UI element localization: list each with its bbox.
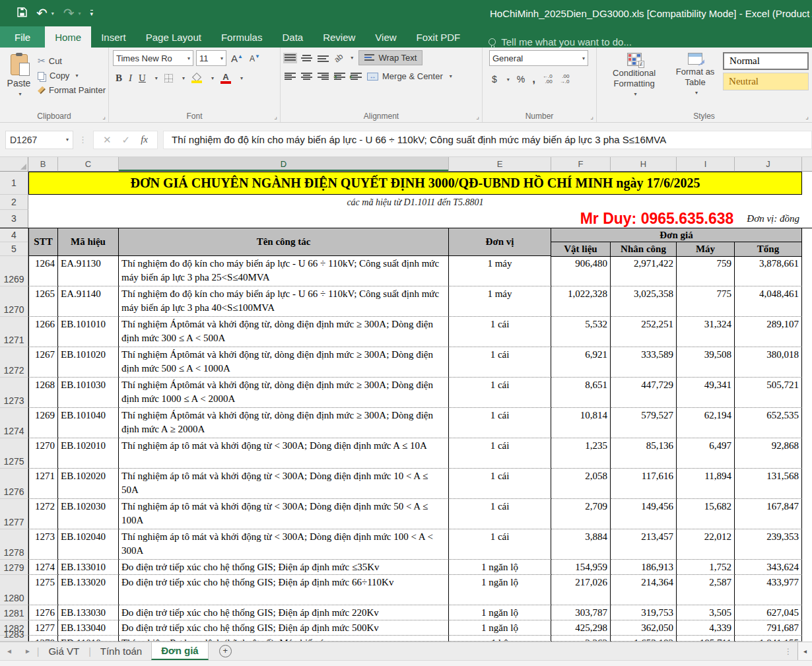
- column-header-partial[interactable]: [802, 157, 812, 172]
- cell-total[interactable]: 92,868: [735, 438, 802, 469]
- cell-task[interactable]: Thí nghiệm áp tô mát và khởi động từ < 3…: [119, 529, 449, 560]
- cell-machine[interactable]: 4,339: [677, 620, 735, 636]
- row-header[interactable]: 1280: [0, 575, 28, 605]
- cell-stt[interactable]: 1276: [28, 605, 58, 620]
- cell-code[interactable]: EB.101010: [58, 317, 119, 347]
- cell-unit[interactable]: 1 ngăn lộ: [449, 560, 551, 575]
- cell-code[interactable]: EB.133010: [58, 560, 119, 575]
- cell-labor[interactable]: 213,457: [611, 529, 677, 560]
- cell-labor[interactable]: 447,729: [611, 378, 677, 408]
- percent-format-icon[interactable]: %: [517, 74, 525, 84]
- row-header[interactable]: 1281: [0, 605, 28, 620]
- cell-task[interactable]: Thí nghiệm Rơ le so lệch (kỹ thuật số); …: [119, 636, 449, 642]
- cell-total[interactable]: 343,624: [735, 560, 802, 575]
- cell-stt[interactable]: 1277: [28, 620, 58, 636]
- font-color-icon[interactable]: A: [220, 73, 231, 84]
- style-neutral[interactable]: Neutral: [723, 73, 809, 90]
- cell-task[interactable]: Thí nghiệm Áptômát và khởi động từ, dòng…: [119, 347, 449, 378]
- row-header[interactable]: 1273: [0, 378, 28, 408]
- cell-total[interactable]: 131,568: [735, 469, 802, 499]
- column-header-B[interactable]: B: [28, 157, 58, 172]
- cell-machine[interactable]: 31,324: [677, 317, 735, 347]
- name-box[interactable]: D1267▾: [5, 131, 73, 149]
- dialog-launcher-icon[interactable]: ⌟: [476, 113, 479, 120]
- cell-total[interactable]: 239,353: [735, 529, 802, 560]
- cell-task[interactable]: Thí nghiệm Áptômát và khởi động từ, dòng…: [119, 378, 449, 408]
- column-header-D[interactable]: D: [119, 157, 449, 172]
- cell-code[interactable]: EB.102030: [58, 499, 119, 529]
- italic-button[interactable]: I: [129, 73, 132, 84]
- cell-machine[interactable]: 15,682: [677, 499, 735, 529]
- font-size-select[interactable]: 11▾: [196, 50, 226, 66]
- cell-stt[interactable]: 1278: [28, 636, 58, 642]
- row-header[interactable]: 1279: [0, 560, 28, 575]
- cell-labor[interactable]: 3,025,358: [611, 286, 677, 317]
- borders-icon[interactable]: [164, 74, 173, 83]
- cell-labor[interactable]: 186,913: [611, 560, 677, 575]
- increase-indent-icon[interactable]: ▸: [351, 73, 362, 81]
- cell-unit[interactable]: 1 máy: [449, 286, 551, 317]
- row-header[interactable]: 1283: [0, 636, 28, 642]
- save-icon[interactable]: [17, 7, 27, 20]
- column-header-H[interactable]: H: [611, 157, 677, 172]
- cell-labor[interactable]: 2,971,422: [611, 256, 677, 286]
- cell-task[interactable]: Đo điện trở tiếp xúc cho hệ thống GIS; Đ…: [119, 620, 449, 636]
- column-header-F[interactable]: F: [551, 157, 611, 172]
- cell-stt[interactable]: 1265: [28, 286, 58, 317]
- header-total[interactable]: Tổng: [735, 242, 802, 257]
- dialog-launcher-icon[interactable]: ⌟: [590, 113, 593, 120]
- cell-labor[interactable]: 319,753: [611, 605, 677, 620]
- cell-unit[interactable]: 1 cái: [449, 347, 551, 378]
- cell-code[interactable]: ED.11010: [58, 636, 119, 642]
- sheet-nav-right-icon[interactable]: ►: [18, 642, 37, 660]
- cell-materials[interactable]: 10,814: [551, 408, 611, 438]
- cell-stt[interactable]: 1269: [28, 408, 58, 438]
- column-header-J[interactable]: J: [735, 157, 802, 172]
- enter-icon[interactable]: ✓: [122, 134, 131, 146]
- cell-total[interactable]: 167,847: [735, 499, 802, 529]
- tab-formulas[interactable]: Formulas: [211, 26, 273, 48]
- cell-unit[interactable]: 1 cái: [449, 529, 551, 560]
- increase-font-button[interactable]: A▲: [229, 53, 245, 64]
- dialog-launcher-icon[interactable]: ⌟: [805, 113, 809, 120]
- align-center-icon[interactable]: [301, 73, 312, 81]
- cell-task[interactable]: Thí nghiệm Áptômát và khởi động từ, dòng…: [119, 408, 449, 438]
- cell-materials[interactable]: 3,884: [551, 529, 611, 560]
- cell-total[interactable]: 652,535: [735, 408, 802, 438]
- decrease-font-button[interactable]: A▼: [248, 53, 262, 63]
- cell-stt[interactable]: 1267: [28, 347, 58, 378]
- middle-align-icon[interactable]: [301, 54, 312, 62]
- cell-machine[interactable]: 49,341: [677, 378, 735, 408]
- cell-labor[interactable]: 85,136: [611, 438, 677, 469]
- cell-machine[interactable]: 3,505: [677, 605, 735, 620]
- cell-code[interactable]: EA.91140: [58, 286, 119, 317]
- cell-code[interactable]: EB.133040: [58, 620, 119, 636]
- header-labor[interactable]: Nhân công: [611, 242, 677, 257]
- cell-labor[interactable]: 579,527: [611, 408, 677, 438]
- cell-unit[interactable]: 1 bộ: [449, 636, 551, 642]
- row-header[interactable]: 1274: [0, 408, 28, 438]
- tab-insert[interactable]: Insert: [91, 26, 136, 48]
- cell-materials[interactable]: 1,022,328: [551, 286, 611, 317]
- cell-total[interactable]: 289,107: [735, 317, 802, 347]
- sheet-title-cell[interactable]: ĐƠN GIÁ CHUYÊN NGÀNH ĐIỆN QUYẾT ĐỊNH 300…: [28, 172, 802, 195]
- column-header-I[interactable]: I: [677, 157, 735, 172]
- cell-code[interactable]: EA.91130: [58, 256, 119, 286]
- hscroll-left-icon[interactable]: ◂: [797, 642, 812, 660]
- cell-stt[interactable]: 1275: [28, 575, 58, 605]
- copy-button[interactable]: Copy▾: [38, 71, 106, 81]
- cell-materials[interactable]: 217,026: [551, 575, 611, 605]
- cut-button[interactable]: ✂Cut: [38, 55, 106, 66]
- cell-total[interactable]: 627,045: [735, 605, 802, 620]
- tab-home[interactable]: Home: [45, 26, 91, 48]
- cell-code[interactable]: EB.101030: [58, 378, 119, 408]
- row-header[interactable]: 2: [0, 195, 28, 210]
- row-header[interactable]: 1278: [0, 529, 28, 560]
- cell-total[interactable]: 791,687: [735, 620, 802, 636]
- cell-labor[interactable]: 117,616: [611, 469, 677, 499]
- cell-stt[interactable]: 1271: [28, 469, 58, 499]
- formula-input[interactable]: Thí nghiệm đo độ kín cho máy biến áp lực…: [163, 131, 812, 149]
- fill-color-icon[interactable]: [191, 74, 202, 83]
- cell-task[interactable]: Đo điện trở tiếp xúc cho hệ thống GIS; Đ…: [119, 575, 449, 605]
- header-task[interactable]: Tên công tác: [119, 228, 449, 256]
